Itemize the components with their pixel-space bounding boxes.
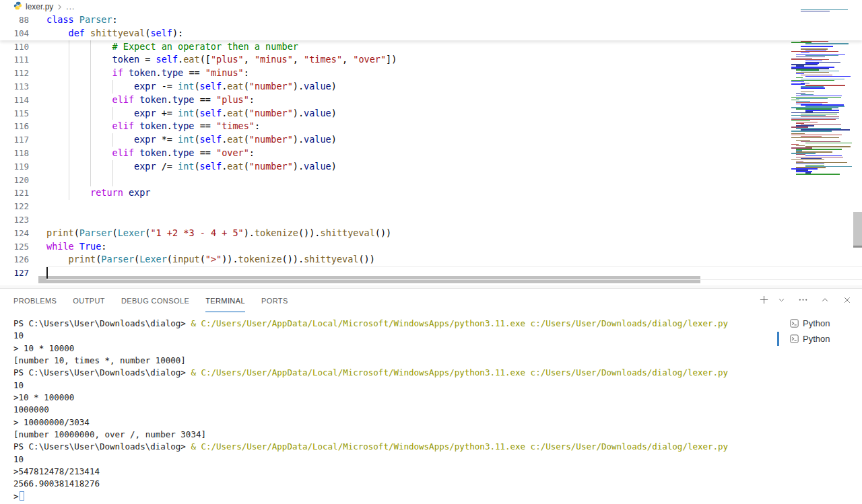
- code-token: tokenize: [255, 227, 298, 238]
- active-terminal-indicator: [777, 332, 779, 346]
- terminal-list-item[interactable]: Python: [776, 331, 862, 347]
- indent-guide: [69, 174, 69, 187]
- indent-guide: [69, 186, 69, 200]
- sticky-scroll[interactable]: 88class Parser:104 def shittyeval(self):: [0, 13, 862, 40]
- terminal-line: > 10 * 10000: [13, 343, 773, 355]
- terminal-line: 10: [13, 380, 773, 392]
- code-token: eat: [227, 81, 243, 92]
- panel-tab-output[interactable]: OUTPUT: [73, 289, 105, 312]
- code-line[interactable]: 127: [0, 266, 862, 280]
- code-token: input: [172, 254, 200, 264]
- code-token: token: [112, 54, 140, 65]
- code-token: (: [194, 108, 199, 118]
- code-token: "times": [216, 120, 255, 131]
- terminal-command-text: & C:/Users/User/AppData/Local/Microsoft/…: [191, 318, 728, 328]
- line-number: 104: [0, 27, 29, 40]
- breadcrumb-more[interactable]: ...: [66, 2, 75, 11]
- code-token: Parser: [79, 14, 112, 25]
- indent-guide: [90, 147, 91, 160]
- terminal-instance-list: PythonPython: [776, 316, 862, 347]
- new-terminal-button[interactable]: [759, 295, 769, 305]
- code-line[interactable]: 125while True:: [0, 240, 862, 254]
- code-line[interactable]: 111 token = self.eat(["plus", "minus", "…: [0, 53, 862, 67]
- more-actions-icon[interactable]: [798, 295, 808, 305]
- panel-tab-problems[interactable]: PROBLEMS: [13, 289, 57, 312]
- code-token: elif: [112, 94, 135, 105]
- terminal-command-text: & C:/Users/User/AppData/Local/Microsoft/…: [191, 367, 728, 377]
- terminal-list-item[interactable]: Python: [776, 316, 862, 331]
- maximize-panel-icon[interactable]: [821, 296, 829, 304]
- editor-lines[interactable]: 110 # Expect an operator then a number11…: [0, 40, 862, 280]
- panel-tab-debug-console[interactable]: DEBUG CONSOLE: [121, 289, 189, 312]
- panel-tabs: PROBLEMSOUTPUTDEBUG CONSOLETERMINALPORTS: [0, 289, 862, 312]
- code-line[interactable]: 116 elif token.type == "times":: [0, 120, 862, 133]
- line-number: 124: [0, 227, 29, 240]
- terminal-line: 10: [13, 330, 773, 342]
- terminal-text: 1000000: [13, 404, 49, 415]
- breadcrumb: lexer.py ...: [0, 0, 862, 13]
- code-token: (: [244, 161, 249, 172]
- indent-guide: [69, 67, 69, 80]
- code-token: int: [178, 161, 194, 172]
- terminal-output[interactable]: PS C:\Users\User\Downloads\dialog> & C:/…: [13, 318, 773, 504]
- code-token: ,: [244, 54, 255, 65]
- indent-guide: [69, 53, 69, 67]
- sticky-line[interactable]: 104 def shittyeval(self):: [0, 27, 862, 40]
- code-token: type: [162, 67, 184, 78]
- code-token: value: [304, 108, 331, 118]
- code-token: self: [150, 28, 172, 38]
- terminal-text: >10 * 100000: [13, 392, 74, 402]
- code-line[interactable]: 119 expr /= int(self.eat("number").value…: [0, 160, 862, 174]
- code-token: if: [112, 67, 123, 78]
- terminal-icon: [790, 319, 799, 328]
- code-token: (: [244, 134, 249, 145]
- code-token: (: [194, 81, 199, 92]
- code-line[interactable]: 124print(Parser(Lexer("1 +2 *3 - 4 + 5")…: [0, 227, 862, 240]
- code-token: /=: [156, 161, 178, 172]
- code-line[interactable]: 113 expr -= int(self.eat("number").value…: [0, 80, 862, 94]
- code-line[interactable]: 115 expr += int(self.eat("number").value…: [0, 107, 862, 120]
- code-line[interactable]: 112 if token.type == "minus":: [0, 67, 862, 80]
- breadcrumb-file[interactable]: lexer.py: [26, 2, 53, 11]
- code-line[interactable]: 114 elif token.type == "plus":: [0, 94, 862, 107]
- indent-guide: [112, 174, 113, 187]
- code-token: ,: [342, 54, 353, 65]
- code-token: print: [69, 254, 96, 264]
- close-panel-icon[interactable]: [843, 296, 851, 304]
- code-token: elif: [112, 147, 135, 158]
- code-line[interactable]: 120: [0, 174, 862, 187]
- panel-tab-ports[interactable]: PORTS: [261, 289, 288, 312]
- code-token: shittyeval: [304, 254, 358, 264]
- code-token: [46, 147, 112, 158]
- code-line[interactable]: 126 print(Parser(Lexer(input(">")).token…: [0, 253, 862, 266]
- line-number: 118: [0, 147, 29, 160]
- code-token: (: [244, 108, 249, 118]
- line-number: 120: [0, 174, 29, 187]
- code-token: .: [298, 254, 304, 264]
- panel-tab-terminal[interactable]: TERMINAL: [205, 289, 245, 312]
- code-token: .: [167, 147, 172, 158]
- code-token: ==: [195, 120, 217, 131]
- terminal-line: >547812478/213414: [13, 466, 773, 478]
- code-token: expr: [134, 108, 156, 118]
- terminal-text: > 10 * 10000: [13, 343, 74, 353]
- code-line[interactable]: 123: [0, 213, 862, 227]
- code-line[interactable]: 121 return expr: [0, 186, 862, 200]
- code-line[interactable]: 110 # Expect an operator then a number: [0, 40, 862, 54]
- line-number: 119: [0, 160, 29, 174]
- code-token: elif: [112, 120, 135, 131]
- code-line[interactable]: 118 elif token.type == "over":: [0, 147, 862, 160]
- editor-cursor: [46, 267, 48, 279]
- code-token: int: [178, 81, 194, 92]
- code-token: [123, 67, 129, 78]
- code-token: "number": [249, 81, 293, 92]
- code-token: ()): [298, 227, 314, 238]
- code-line[interactable]: 122: [0, 200, 862, 213]
- code-token: type: [172, 120, 195, 131]
- indent-guide: [112, 160, 113, 174]
- terminal-dropdown-chevron-icon[interactable]: [778, 296, 785, 303]
- sticky-line[interactable]: 88class Parser:: [0, 13, 862, 27]
- line-number: 114: [0, 94, 29, 107]
- code-editor[interactable]: 88class Parser:104 def shittyeval(self):…: [0, 13, 862, 285]
- code-line[interactable]: 117 expr *= int(self.eat("number").value…: [0, 133, 862, 147]
